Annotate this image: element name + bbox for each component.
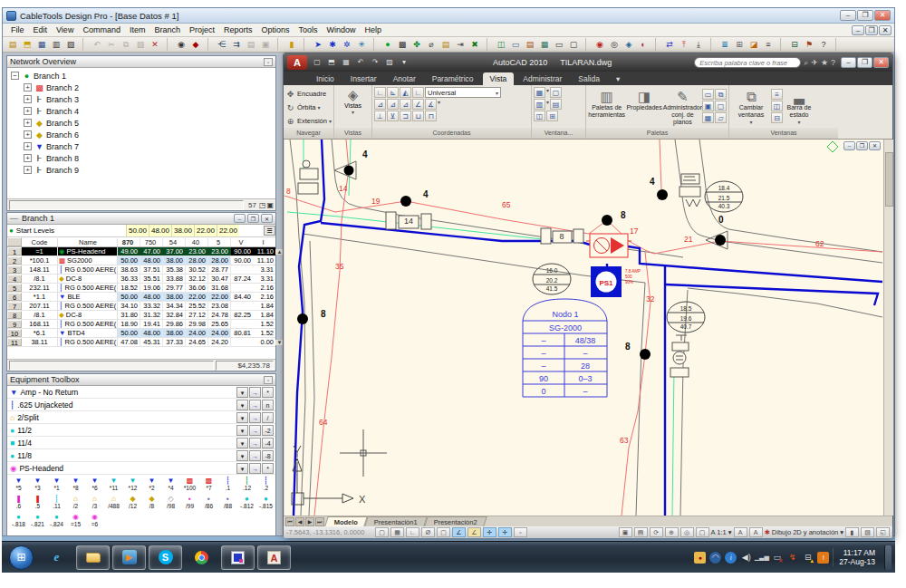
lwt-toggle[interactable]: ▫ — [514, 527, 527, 537]
infer-toggle[interactable]: ▢ — [375, 527, 389, 537]
network-overview-header[interactable]: Network Overview ▫ — [7, 56, 275, 68]
grid-item[interactable]: ▼*5 — [9, 477, 28, 495]
start-level-value[interactable]: 22.00 — [194, 225, 217, 236]
cleanscreen-icon[interactable]: ◱ — [876, 527, 890, 537]
ortho-toggle[interactable]: Ø — [421, 527, 435, 537]
ucs-x-icon[interactable]: ⊿ — [387, 99, 399, 110]
annotation-visibility-icon[interactable]: A — [734, 527, 747, 537]
minimize-icon[interactable]: – — [234, 214, 246, 223]
grid-item[interactable]: ┊.11 — [47, 495, 66, 513]
dropdown-icon[interactable]: ▾ — [236, 425, 248, 436]
tree-item-branch3[interactable]: +ͰBranch 3 — [24, 93, 275, 105]
autocad-titlebar[interactable]: A ▢ ⬒ ▦ ↶ ↷ ▨ ▾ AutoCAD 2010TILARAN.dwg … — [284, 53, 892, 72]
branch-panel-header[interactable]: — Branch 1 – ❐ ✕ — [7, 213, 275, 225]
hotkey[interactable]: n — [262, 400, 274, 410]
ucs-apply-icon[interactable]: ⊓ — [425, 111, 437, 121]
ucs-object-icon[interactable]: ◭ — [400, 87, 411, 98]
layout-6-icon[interactable]: ▢ — [566, 38, 581, 51]
grid-item[interactable]: ▪/99 — [180, 495, 199, 513]
dropdown-icon[interactable]: ▾ — [236, 438, 248, 448]
mdi-minimize-icon[interactable]: – — [852, 25, 864, 35]
menu-file[interactable]: File — [6, 24, 29, 35]
grid-item[interactable]: ▼*3 — [28, 477, 47, 495]
undo-icon[interactable]: ↶ — [90, 38, 104, 51]
tree-item-branch8[interactable]: +ͰBranch 8 — [24, 152, 275, 164]
excel-icon[interactable]: ✖ — [467, 38, 482, 51]
grid-item[interactable]: ⌂/488 — [104, 495, 123, 513]
menu-tools[interactable]: Tools — [294, 24, 323, 35]
tab-anotar[interactable]: Anotar — [386, 72, 423, 85]
qat-new-icon[interactable]: ▢ — [311, 57, 323, 69]
taskbar-media-player[interactable]: ▶ — [112, 545, 146, 570]
equipment-toolbox-header[interactable]: Equipment Toolbox ▫ — [7, 374, 275, 386]
taskbar-chrome[interactable] — [185, 545, 218, 570]
arrow-up-icon[interactable]: ⤒ — [677, 38, 691, 51]
grid-item[interactable]: ❚.6 — [9, 495, 28, 513]
insert-icon[interactable]: → — [249, 450, 261, 461]
mdi-restore-icon[interactable]: ❐ — [865, 25, 878, 35]
taskbar-internet-explorer[interactable]: e — [40, 545, 73, 570]
ucs-world-icon[interactable]: ⊾ — [387, 87, 399, 98]
tile-horizontal-icon[interactable]: ⊟ — [771, 112, 783, 123]
expand-icon[interactable]: + — [24, 166, 32, 174]
print-icon[interactable]: ▧ — [63, 38, 78, 51]
table-row[interactable]: 4/8.1◆DC-836.3335.5133.8832.1230.4787.24… — [7, 275, 275, 284]
close-icon[interactable]: ✕ — [261, 214, 273, 223]
layout-3-icon[interactable]: ▤ — [523, 38, 537, 51]
menu-view[interactable]: View — [52, 24, 78, 35]
power-alert-icon[interactable]: ↯ — [786, 552, 798, 564]
grid-item[interactable]: ●-.821 — [28, 513, 47, 531]
start-level-value[interactable]: 50.00 — [126, 225, 149, 236]
ball-green-icon[interactable]: ● — [381, 38, 395, 51]
fit-icon[interactable]: ◳ — [259, 201, 266, 209]
tab-vista[interactable]: Vista — [483, 72, 515, 85]
steeringwheel-icon[interactable]: ▢ — [696, 527, 709, 537]
mdi-close-icon[interactable]: ✕ — [879, 25, 892, 35]
lock-icon[interactable]: ▮ — [284, 38, 299, 51]
branch-out-icon[interactable]: ⇉ — [229, 38, 244, 51]
hotkey[interactable]: -4 — [262, 438, 274, 448]
start-level-value[interactable]: 38.00 — [171, 225, 194, 236]
table-row[interactable]: 5232.11┊RG 0.500 AERE(18.5219.0629.7736.… — [7, 284, 275, 293]
ucs-face-icon[interactable]: ∟ — [412, 87, 424, 98]
grid-item[interactable]: ⌂/3 — [85, 495, 104, 513]
dropdown-icon[interactable]: ▾ — [236, 463, 248, 474]
grid-item[interactable]: ●-.818 — [9, 513, 28, 531]
grid-item[interactable]: ◉=15 — [66, 513, 85, 531]
table-row[interactable]: 6*1.1▼BLE50.0048.0038.0022.0022.0084.402… — [7, 293, 275, 302]
toolbox-slot[interactable]: ◉PS-Headend▾→* — [7, 462, 275, 475]
grid-item[interactable]: ◉=6 — [85, 513, 104, 531]
grid-item[interactable]: ▼*8 — [66, 477, 85, 495]
palette-3-icon[interactable]: ▣ — [702, 101, 714, 111]
autocad-app-button[interactable]: A — [287, 55, 307, 70]
expand-icon[interactable]: + — [24, 95, 32, 103]
hotkey[interactable]: * — [262, 387, 274, 398]
menu-options[interactable]: Options — [256, 24, 294, 35]
pointer-icon[interactable]: ➤ — [311, 38, 325, 51]
layout-2-icon[interactable]: ▭ — [508, 38, 523, 51]
dropdown-icon[interactable]: ▾ — [236, 387, 248, 398]
minimize-icon[interactable]: – — [840, 10, 856, 21]
expand-icon[interactable]: + — [24, 107, 32, 115]
sheet-set-button[interactable]: ✎Administrador conj. de planos — [663, 87, 702, 128]
grid-item[interactable]: ◇/98 — [161, 495, 180, 513]
menu-project[interactable]: Project — [185, 24, 219, 35]
tab-prev-icon[interactable]: ◀ — [295, 517, 304, 526]
table-row[interactable]: 9168.11┊RG 0.500 AERE(18.9019.4129.8629.… — [7, 320, 275, 329]
viewport-join-icon[interactable]: ▤ — [550, 99, 562, 110]
trash-icon[interactable]: ▣ — [266, 201, 274, 209]
tree-icon[interactable]: ⊟ — [787, 38, 802, 51]
print-preview-icon[interactable]: ▥ — [49, 38, 63, 51]
doc-minimize-icon[interactable]: – — [843, 141, 855, 150]
toolbox-slot[interactable]: ●11/2▾→-2 — [7, 424, 275, 437]
grid-item[interactable]: ◆/8 — [142, 495, 161, 513]
dropdown-icon[interactable]: ▾ — [236, 450, 248, 461]
gauge-icon[interactable]: ◐ — [636, 38, 651, 51]
table-row[interactable]: 2*100.1▩SG200050.0048.0038.0028.0028.009… — [7, 256, 275, 265]
taskbar-skype[interactable]: S — [149, 545, 182, 570]
ucs-3point-icon[interactable]: ⊻ — [387, 111, 399, 121]
doc-restore-icon[interactable]: ❐ — [856, 141, 868, 150]
grid-options-icon[interactable]: ☰ — [264, 226, 275, 236]
collapse-panel-icon[interactable]: — — [10, 214, 18, 223]
help-icon[interactable]: ? — [831, 58, 835, 67]
